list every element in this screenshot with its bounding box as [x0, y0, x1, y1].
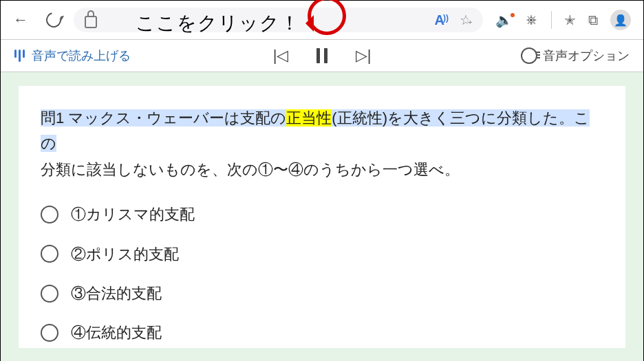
favorites-icon[interactable]: ✭ [564, 12, 576, 28]
profile-avatar[interactable]: 👤 [610, 10, 631, 30]
extensions-icon[interactable]: ⛯ [525, 12, 539, 28]
sound-wave-icon [14, 50, 25, 62]
pause-icon [316, 48, 328, 63]
radio-icon [41, 324, 58, 342]
question-highlight: 正当性 [286, 109, 332, 127]
skip-next-icon: ▷| [356, 47, 372, 65]
back-button[interactable]: ← [8, 7, 34, 33]
option-3[interactable]: ③合法的支配 [41, 281, 603, 306]
option-4[interactable]: ④伝統的支配 [41, 320, 603, 345]
pause-button[interactable] [312, 45, 332, 66]
question-segment-1: 問1 マックス・ウェーバーは支配の [41, 109, 286, 127]
megaphone-icon[interactable]: 🔈 [495, 12, 513, 28]
read-aloud-button[interactable]: 音声で読み上げる [14, 47, 131, 64]
favorites-add-icon[interactable]: ☆ [460, 12, 472, 28]
reload-button[interactable] [41, 7, 67, 33]
arrow-left-icon: ← [13, 11, 28, 29]
voice-options-button[interactable]: 音声オプション [521, 47, 630, 64]
browser-window: ここをクリック！ ← A)) ☆ 🔈 ⛯ ✭ ⧉ 👤 音声で読み上げる |◁ [0, 0, 644, 361]
option-1[interactable]: ①カリスマ的支配 [41, 201, 603, 227]
reload-icon [43, 10, 64, 30]
address-bar-right-icons: A)) ☆ [435, 12, 472, 28]
skip-prev-icon: |◁ [273, 47, 289, 65]
document-content: 問1 マックス・ウェーバーは支配の正当性(正統性)を大きく三つに分類した。この … [19, 86, 625, 348]
reader-toolbar: 音声で読み上げる |◁ ▷| 音声オプション [1, 40, 643, 72]
radio-icon [41, 285, 58, 303]
annotation-callout: ここをクリック！ [136, 10, 300, 36]
question-text: 問1 マックス・ウェーバーは支配の正当性(正統性)を大きく三つに分類した。この … [41, 105, 603, 182]
annotation-text: ここをクリック！ [136, 10, 300, 36]
read-aloud-label: 音声で読み上げる [32, 47, 131, 64]
prev-button[interactable]: |◁ [270, 45, 291, 66]
separator [551, 11, 552, 29]
option-2[interactable]: ②ポリス的支配 [41, 241, 603, 267]
next-button[interactable]: ▷| [353, 45, 374, 66]
option-1-label: ①カリスマ的支配 [71, 201, 195, 227]
playback-controls: |◁ ▷| [270, 45, 374, 66]
reader-content-area: 問1 マックス・ウェーバーは支配の正当性(正統性)を大きく三つに分類した。この … [1, 72, 643, 361]
voice-options-icon [521, 47, 537, 64]
radio-icon [41, 245, 58, 263]
question-line-2: 分類に該当しないものを、次の①〜④のうちから一つ選べ。 [41, 161, 460, 178]
collections-icon[interactable]: ⧉ [588, 12, 598, 28]
option-3-label: ③合法的支配 [71, 281, 162, 306]
toolbar-right-icons: 🔈 ⛯ ✭ ⧉ 👤 [490, 10, 636, 30]
lock-icon [85, 16, 97, 28]
voice-options-label: 音声オプション [543, 47, 630, 64]
answer-options: ①カリスマ的支配 ②ポリス的支配 ③合法的支配 ④伝統的支配 [41, 201, 603, 346]
immersive-reader-icon[interactable]: A)) [435, 12, 450, 28]
option-4-label: ④伝統的支配 [71, 320, 162, 345]
radio-icon [41, 206, 58, 223]
option-2-label: ②ポリス的支配 [71, 241, 179, 267]
